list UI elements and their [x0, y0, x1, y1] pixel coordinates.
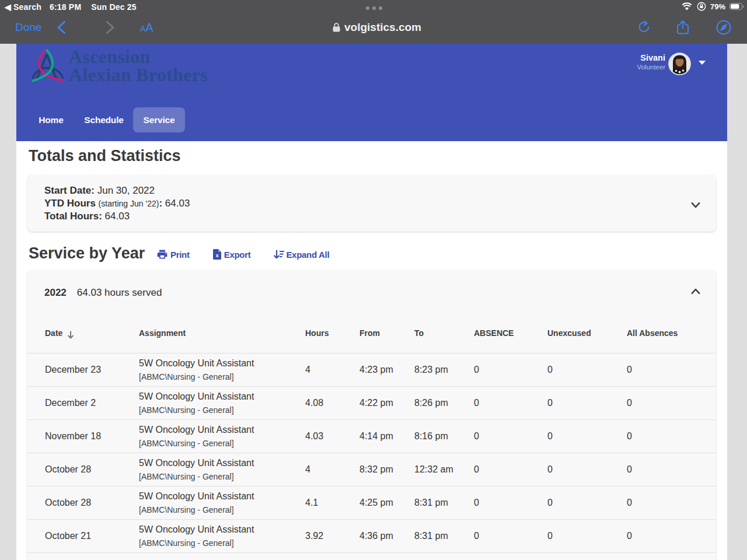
svg-text:x: x	[215, 253, 218, 258]
